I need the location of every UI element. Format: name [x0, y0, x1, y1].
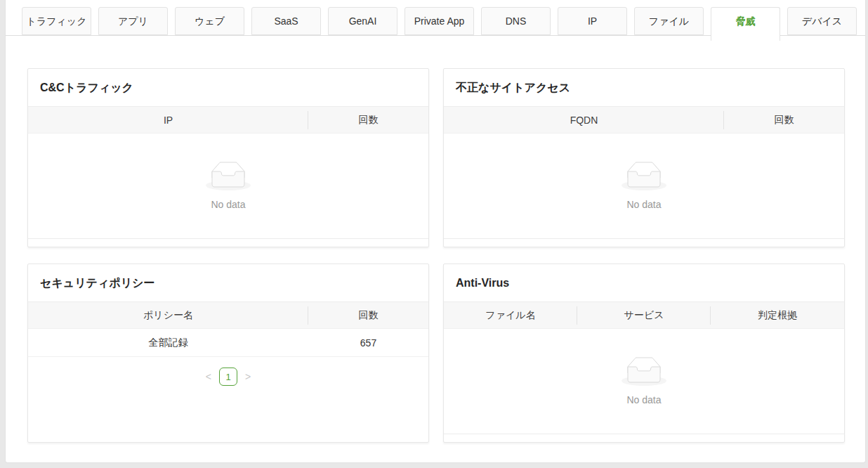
tab-ip[interactable]: IP: [558, 7, 627, 35]
tab-app[interactable]: アプリ: [98, 7, 168, 35]
table-header: ファイル名 サービス 判定根拠: [444, 302, 844, 329]
pagination: < 1 >: [28, 368, 428, 386]
pagination-page-1-button[interactable]: 1: [219, 368, 237, 386]
pagination-next-button[interactable]: >: [244, 370, 252, 383]
column-header-count: 回数: [308, 114, 428, 126]
column-header-file-name: ファイル名: [444, 309, 577, 322]
dashboard-panels: C&Cトラフィック IP 回数 No data 不正なサイトアクセス FQDN …: [6, 36, 865, 443]
tab-bar: トラフィック アプリ ウェブ SaaS GenAI Private App DN…: [6, 0, 865, 36]
cell-policy-name: 全部記録: [28, 337, 308, 349]
empty-inbox-icon: [622, 357, 666, 389]
content-area: トラフィック アプリ ウェブ SaaS GenAI Private App DN…: [5, 0, 866, 463]
empty-inbox-icon: [206, 162, 251, 193]
tab-private-app[interactable]: Private App: [405, 7, 474, 35]
column-header-count: 回数: [724, 114, 844, 126]
panel-title-anti-virus: Anti-Virus: [444, 264, 844, 302]
column-header-fqdn: FQDN: [444, 115, 724, 126]
panel-security-policy: セキュリティポリシー ポリシー名 回数 全部記録 657 < 1 >: [27, 264, 429, 443]
column-header-ip: IP: [28, 115, 308, 126]
panel-cc-traffic: C&Cトラフィック IP 回数 No data: [27, 68, 429, 247]
tab-genai[interactable]: GenAI: [328, 7, 397, 35]
column-header-policy-name: ポリシー名: [28, 309, 308, 322]
panel-anti-virus: Anti-Virus ファイル名 サービス 判定根拠 No data: [443, 264, 845, 443]
cell-count: 657: [308, 337, 428, 349]
panel-title-malicious-site: 不正なサイトアクセス: [444, 69, 844, 107]
table-header: ポリシー名 回数: [28, 302, 428, 329]
tab-web[interactable]: ウェブ: [175, 7, 244, 35]
tab-dns[interactable]: DNS: [481, 7, 551, 35]
panel-malicious-site-access: 不正なサイトアクセス FQDN 回数 No data: [443, 68, 845, 247]
column-header-service: サービス: [577, 309, 711, 322]
no-data-label: No data: [211, 199, 245, 210]
table-empty-state: No data: [28, 134, 428, 239]
tab-threat[interactable]: 脅威: [711, 7, 780, 41]
table-header: IP 回数: [28, 107, 428, 134]
panel-title-security-policy: セキュリティポリシー: [28, 264, 428, 302]
pagination-prev-button[interactable]: <: [204, 370, 213, 383]
no-data-label: No data: [626, 394, 661, 405]
no-data-label: No data: [626, 199, 661, 210]
tab-device[interactable]: デバイス: [787, 7, 857, 35]
tab-file[interactable]: ファイル: [634, 7, 704, 35]
table-header: FQDN 回数: [444, 107, 844, 134]
panel-title-cc-traffic: C&Cトラフィック: [28, 69, 428, 107]
empty-inbox-icon: [622, 162, 666, 193]
column-header-count: 回数: [308, 309, 428, 322]
tab-saas[interactable]: SaaS: [251, 7, 321, 35]
column-header-verdict-basis: 判定根拠: [711, 309, 844, 322]
table-empty-state: No data: [444, 134, 844, 239]
table-row: 全部記録 657: [28, 329, 428, 357]
tab-traffic[interactable]: トラフィック: [22, 7, 91, 35]
table-empty-state: No data: [444, 329, 844, 434]
